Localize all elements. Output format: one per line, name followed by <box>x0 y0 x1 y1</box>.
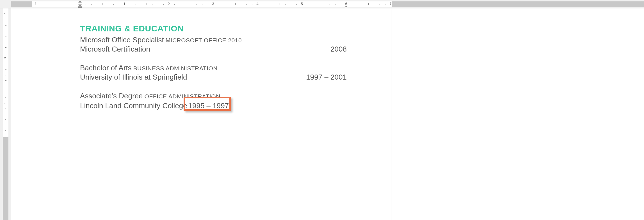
ruler-h-4: 4 <box>256 2 258 6</box>
entry-title: Bachelor of Arts <box>80 63 132 73</box>
horizontal-ruler[interactable]: 1 1 1 2 3 4 5 6 7 <box>11 0 644 8</box>
entry-title-line: Microsoft Office Specialist MICROSOFT OF… <box>80 35 347 45</box>
entry-subtitle: BUSINESS ADMINISTRATION <box>133 64 218 72</box>
ruler-v-9: 9 <box>3 101 7 103</box>
page-right-edge <box>392 8 392 220</box>
ruler-num: 1 <box>35 2 36 6</box>
entry-date: 1995 – 1997 <box>188 101 229 110</box>
entry-date-inline: 1995 – 1997 <box>188 101 229 111</box>
first-line-indent-marker[interactable] <box>78 1 82 3</box>
education-entry: Microsoft Office Specialist MICROSOFT OF… <box>80 35 347 54</box>
education-entry: Associate’s Degree OFFICE ADMINISTRATION… <box>80 91 347 111</box>
entry-place: Lincoln Land Community College <box>80 101 187 111</box>
text-cursor <box>188 102 188 109</box>
section-heading: TRAINING & EDUCATION <box>80 24 347 33</box>
ruler-v-8: 8 <box>3 57 7 59</box>
education-entry: Bachelor of Arts BUSINESS ADMINISTRATION… <box>80 63 347 82</box>
entry-title: Microsoft Office Specialist <box>80 35 164 45</box>
entry-place-row: University of Illinois at Springfield 19… <box>80 73 347 82</box>
entry-title-line: Bachelor of Arts BUSINESS ADMINISTRATION <box>80 63 347 73</box>
ruler-corner <box>0 0 11 8</box>
ruler-h-3: 3 <box>212 2 214 6</box>
right-indent-marker[interactable] <box>345 6 348 7</box>
ruler-h-1: 1 <box>123 2 125 6</box>
entry-place-row: Microsoft Certification 2008 <box>80 45 347 54</box>
document-content[interactable]: TRAINING & EDUCATION Microsoft Office Sp… <box>80 24 347 111</box>
entry-place: University of Illinois at Springfield <box>80 73 187 82</box>
entry-subtitle: OFFICE ADMINISTRATION <box>145 92 220 100</box>
ruler-h-7: 7 <box>389 2 391 6</box>
ruler-h-2: 2 <box>168 2 170 6</box>
entry-title-line: Associate’s Degree OFFICE ADMINISTRATION <box>80 91 347 101</box>
entry-subtitle: MICROSOFT OFFICE 2010 <box>166 36 242 44</box>
ruler-h-5: 5 <box>301 2 303 6</box>
document-canvas[interactable]: TRAINING & EDUCATION Microsoft Office Sp… <box>11 8 644 220</box>
entry-date: 2008 <box>330 45 347 54</box>
entry-place: Microsoft Certification <box>80 45 150 54</box>
left-indent-marker[interactable] <box>78 6 82 8</box>
ruler-h-6: 6 <box>345 2 347 6</box>
ruler-v-7: 7 <box>3 13 7 15</box>
hanging-indent-marker[interactable] <box>78 4 82 6</box>
entry-place-row: Lincoln Land Community College 1995 – 19… <box>80 101 347 111</box>
entry-title: Associate’s Degree <box>80 91 143 101</box>
vertical-ruler[interactable]: 7 8 9 <box>0 8 11 220</box>
word-processor-view: 1 1 1 2 3 4 5 6 7 <box>0 0 644 220</box>
entry-date: 1997 – 2001 <box>306 73 347 82</box>
